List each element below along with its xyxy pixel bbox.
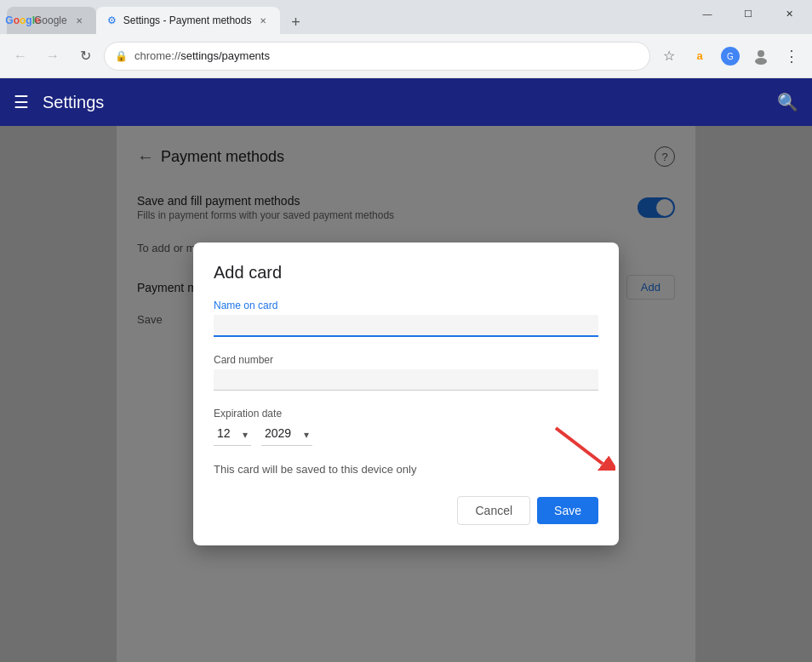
url-path-part: settings/payments (180, 49, 270, 62)
tab-strip: Google Google ✕ ⚙ Settings - Payment met… (0, 0, 307, 34)
tab-google[interactable]: Google Google ✕ (7, 7, 96, 34)
google-favicon: Google (17, 14, 29, 26)
year-select[interactable]: 202420252026 202720282029 20302031 (261, 423, 312, 446)
url-text: chrome://settings/payments (134, 49, 270, 62)
month-select[interactable]: 010203 040506 070809 101112 (214, 423, 251, 446)
svg-line-5 (556, 428, 603, 464)
new-tab-button[interactable]: + (283, 10, 307, 34)
year-select-wrapper: 202420252026 202720282029 20302031 (261, 423, 312, 446)
card-number-label: Card number (214, 354, 598, 366)
dialog-actions: Cancel Save (214, 496, 598, 525)
settings-menu-icon[interactable]: ☰ (14, 92, 29, 112)
device-note: This card will be saved to this device o… (214, 463, 598, 476)
tab-google-label: Google (34, 14, 67, 26)
bookmark-button[interactable]: ☆ (655, 43, 683, 70)
tab-settings-label: Settings - Payment methods (123, 14, 252, 26)
profiles-button[interactable] (747, 43, 775, 70)
tab-settings-close[interactable]: ✕ (256, 14, 270, 27)
dialog-title: Add card (214, 263, 598, 282)
url-bar[interactable]: 🔒 chrome://settings/payments (104, 42, 650, 71)
expiry-selects: 010203 040506 070809 101112 202420252026… (214, 423, 598, 446)
name-input[interactable] (214, 315, 598, 337)
address-actions: ☆ a G ⋮ (655, 43, 805, 70)
page-content: ← Payment methods ? Save and fill paymen… (0, 126, 812, 662)
close-button[interactable]: ✕ (769, 0, 809, 27)
card-number-group: Card number (214, 354, 598, 391)
month-select-wrapper: 010203 040506 070809 101112 (214, 423, 251, 446)
menu-button[interactable]: ⋮ (778, 43, 805, 70)
tab-settings[interactable]: ⚙ Settings - Payment methods ✕ (96, 7, 281, 34)
actions-container: Cancel Save (214, 496, 598, 525)
forward-button[interactable]: → (39, 43, 66, 70)
browser-frame: Google Google ✕ ⚙ Settings - Payment met… (0, 0, 812, 662)
expiry-group: Expiration date 010203 040506 070809 101… (214, 408, 598, 446)
minimize-button[interactable]: — (688, 0, 727, 27)
settings-favicon: ⚙ (106, 14, 118, 26)
address-bar: ← → ↻ 🔒 chrome://settings/payments ☆ a G… (0, 34, 812, 78)
cancel-button[interactable]: Cancel (457, 496, 530, 525)
maximize-button[interactable]: ☐ (729, 0, 768, 27)
settings-bar: ☰ Settings 🔍 (0, 78, 812, 126)
google-account-button[interactable]: G (717, 43, 744, 70)
card-number-input[interactable] (214, 369, 598, 391)
lock-icon: 🔒 (115, 50, 128, 62)
tab-google-close[interactable]: ✕ (72, 14, 86, 27)
svg-point-2 (758, 50, 764, 57)
svg-point-3 (755, 58, 767, 65)
red-arrow (547, 419, 615, 474)
amazon-profile[interactable]: a (686, 43, 713, 70)
settings-search-icon[interactable]: 🔍 (777, 92, 798, 112)
refresh-button[interactable]: ↻ (71, 43, 99, 70)
svg-text:G: G (727, 52, 734, 61)
save-button[interactable]: Save (537, 497, 598, 524)
add-card-dialog: Add card Name on card Card number Expira… (193, 243, 619, 545)
back-button[interactable]: ← (7, 43, 34, 70)
settings-title: Settings (43, 93, 763, 112)
url-chrome-part: chrome:// (134, 49, 180, 62)
modal-overlay: Add card Name on card Card number Expira… (0, 126, 812, 662)
window-controls: — ☐ ✕ (688, 0, 812, 27)
name-field-group: Name on card (214, 300, 598, 337)
name-label: Name on card (214, 300, 598, 311)
expiry-label: Expiration date (214, 408, 598, 419)
title-bar: Google Google ✕ ⚙ Settings - Payment met… (0, 0, 812, 34)
